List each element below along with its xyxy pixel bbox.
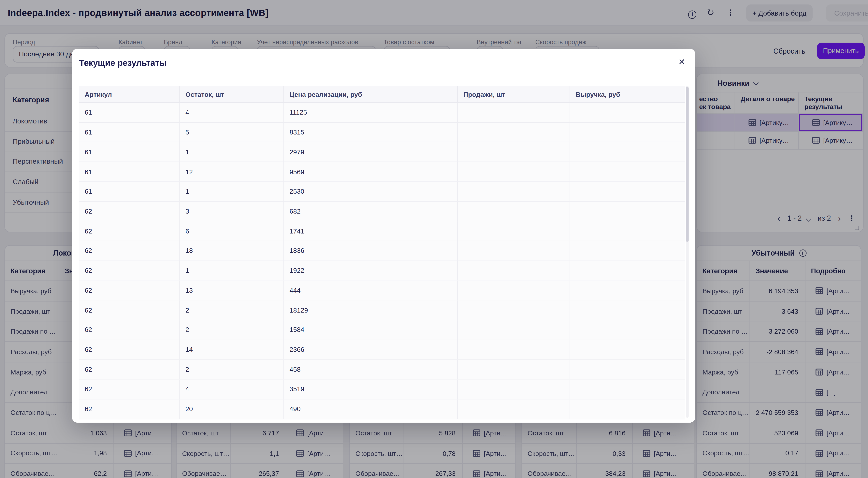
sku-cell: 61 bbox=[79, 142, 180, 161]
price-cell: 444 bbox=[284, 281, 458, 300]
sku-cell: 61 bbox=[79, 123, 180, 142]
modal-table-row: 6221584 bbox=[79, 320, 685, 340]
price-cell: 8315 bbox=[284, 123, 458, 142]
stock-cell: 20 bbox=[180, 399, 284, 418]
price-cell: 18129 bbox=[284, 300, 458, 320]
sales-cell bbox=[458, 123, 570, 142]
modal-table-row: 622458 bbox=[79, 360, 685, 380]
price-cell: 458 bbox=[284, 360, 458, 379]
revenue-cell bbox=[570, 162, 685, 181]
sku-cell: 61 bbox=[79, 182, 180, 201]
stock-cell: 18 bbox=[180, 241, 284, 260]
stock-cell: 4 bbox=[180, 380, 284, 399]
sku-cell: 61 bbox=[79, 103, 180, 122]
sales-cell bbox=[458, 162, 570, 181]
modal-table-row: 6243519 bbox=[79, 380, 685, 399]
sales-cell bbox=[458, 380, 570, 399]
sku-cell: 61 bbox=[79, 162, 180, 181]
revenue-cell bbox=[570, 281, 685, 300]
price-cell: 1836 bbox=[284, 241, 458, 260]
sales-cell bbox=[458, 182, 570, 201]
price-cell: 682 bbox=[284, 202, 458, 221]
stock-cell: 4 bbox=[180, 103, 284, 122]
modal-table-row: 62142366 bbox=[79, 340, 685, 360]
modal-table-row: 62181836 bbox=[79, 241, 685, 261]
sku-cell: 62 bbox=[79, 202, 180, 221]
stock-cell: 2 bbox=[180, 320, 284, 339]
price-cell: 2366 bbox=[284, 340, 458, 359]
revenue-cell bbox=[570, 103, 685, 122]
modal-scrollbar[interactable] bbox=[686, 86, 689, 418]
revenue-cell bbox=[570, 399, 685, 418]
stock-cell: 1 bbox=[180, 261, 284, 280]
modal-table-row: 61411125 bbox=[79, 103, 685, 123]
sales-cell bbox=[458, 300, 570, 320]
revenue-cell bbox=[570, 320, 685, 339]
stock-cell: 1 bbox=[180, 142, 284, 161]
sku-cell: 62 bbox=[79, 360, 180, 379]
modal-column-header: Остаток, шт bbox=[180, 86, 284, 102]
price-cell: 2979 bbox=[284, 142, 458, 161]
modal-table-row: 62218129 bbox=[79, 300, 685, 320]
stock-cell: 1 bbox=[180, 182, 284, 201]
modal-table-row: 6220490 bbox=[79, 399, 685, 419]
sales-cell bbox=[458, 202, 570, 221]
modal-title: Текущие результаты bbox=[79, 58, 167, 68]
sales-cell bbox=[458, 261, 570, 280]
modal-table-row: 6213444 bbox=[79, 281, 685, 300]
stock-cell: 13 bbox=[180, 281, 284, 300]
price-cell: 3519 bbox=[284, 380, 458, 399]
app-root: Indeepa.Index - продвинутый анализ ассор… bbox=[0, 0, 868, 478]
revenue-cell bbox=[570, 142, 685, 161]
sales-cell bbox=[458, 340, 570, 359]
sales-cell bbox=[458, 360, 570, 379]
sku-cell: 62 bbox=[79, 340, 180, 359]
modal-column-header: Выручка, руб bbox=[570, 86, 685, 102]
modal-column-header: Артикул bbox=[79, 86, 180, 102]
revenue-cell bbox=[570, 241, 685, 260]
results-table: АртикулОстаток, штЦена реализации, рубПр… bbox=[79, 86, 685, 419]
modal-column-header: Цена реализации, руб bbox=[284, 86, 458, 102]
sku-cell: 62 bbox=[79, 320, 180, 339]
stock-cell: 5 bbox=[180, 123, 284, 142]
modal-table-row: 6158315 bbox=[79, 123, 685, 142]
stock-cell: 6 bbox=[180, 221, 284, 241]
modal-table-row: 61129569 bbox=[79, 162, 685, 182]
revenue-cell bbox=[570, 300, 685, 320]
stock-cell: 2 bbox=[180, 360, 284, 379]
sku-cell: 62 bbox=[79, 281, 180, 300]
results-table-header: АртикулОстаток, штЦена реализации, рубПр… bbox=[79, 86, 685, 103]
close-icon[interactable]: ✕ bbox=[678, 57, 685, 67]
revenue-cell bbox=[570, 123, 685, 142]
sku-cell: 62 bbox=[79, 241, 180, 260]
revenue-cell bbox=[570, 340, 685, 359]
stock-cell: 14 bbox=[180, 340, 284, 359]
revenue-cell bbox=[570, 360, 685, 379]
modal-table-row: 6211922 bbox=[79, 261, 685, 281]
current-results-modal: Текущие результаты ✕ АртикулОстаток, штЦ… bbox=[72, 49, 695, 423]
sku-cell: 62 bbox=[79, 221, 180, 241]
sku-cell: 62 bbox=[79, 380, 180, 399]
price-cell: 2530 bbox=[284, 182, 458, 201]
modal-table-row: 6112530 bbox=[79, 182, 685, 202]
stock-cell: 12 bbox=[180, 162, 284, 181]
modal-table-row: 6261741 bbox=[79, 221, 685, 241]
sales-cell bbox=[458, 221, 570, 241]
sku-cell: 62 bbox=[79, 399, 180, 418]
modal-scrollbar-thumb[interactable] bbox=[686, 87, 689, 242]
revenue-cell bbox=[570, 202, 685, 221]
price-cell: 9569 bbox=[284, 162, 458, 181]
modal-column-header: Продажи, шт bbox=[458, 86, 570, 102]
sales-cell bbox=[458, 281, 570, 300]
sales-cell bbox=[458, 320, 570, 339]
modal-table-row: 623682 bbox=[79, 202, 685, 221]
stock-cell: 3 bbox=[180, 202, 284, 221]
revenue-cell bbox=[570, 261, 685, 280]
price-cell: 1584 bbox=[284, 320, 458, 339]
price-cell: 11125 bbox=[284, 103, 458, 122]
sales-cell bbox=[458, 241, 570, 260]
sales-cell bbox=[458, 399, 570, 418]
price-cell: 490 bbox=[284, 399, 458, 418]
sku-cell: 62 bbox=[79, 300, 180, 320]
revenue-cell bbox=[570, 380, 685, 399]
